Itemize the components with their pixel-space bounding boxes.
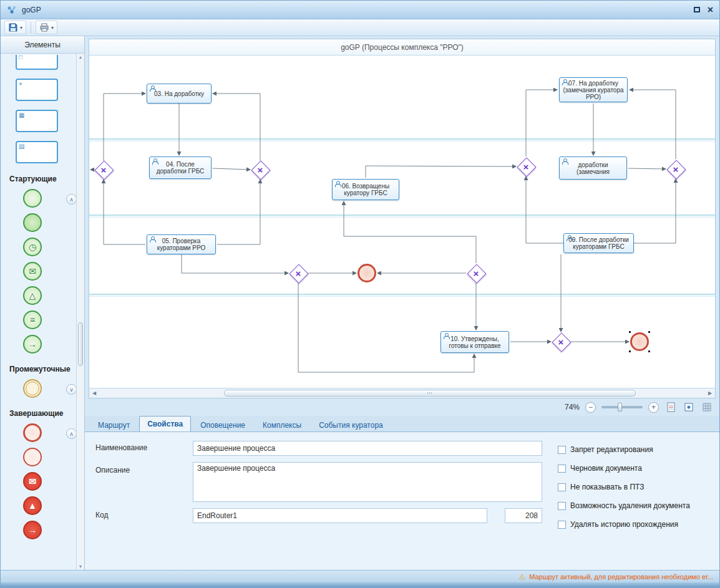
task-node-tool[interactable]: □: [16, 55, 58, 70]
selection-handle[interactable]: [648, 330, 651, 334]
sidebar-scrollbar-thumb[interactable]: [78, 322, 83, 366]
checkbox-draft[interactable]: [558, 465, 566, 473]
selection-handle[interactable]: [648, 350, 651, 353]
collapse-up-button[interactable]: ∧: [66, 194, 77, 205]
zoom-slider-thumb[interactable]: [618, 403, 622, 412]
task-node[interactable]: 04. После доработки ГРБС: [149, 157, 212, 179]
page-zoom-icon: [666, 402, 676, 412]
task-node[interactable]: 03. На доработку: [147, 84, 212, 104]
scroll-down-icon[interactable]: ▼: [77, 564, 84, 569]
tab-notification[interactable]: Оповещение: [192, 418, 253, 431]
start-event-tool[interactable]: [23, 189, 42, 208]
list-node-tool[interactable]: ▤: [16, 141, 58, 163]
task-node[interactable]: 06. Возвращены куратору ГРБС: [332, 179, 399, 200]
tab-curator-events[interactable]: События куратора: [311, 418, 391, 431]
start-message-tool[interactable]: ✉: [23, 262, 42, 281]
checkbox-hide-ptz[interactable]: [558, 483, 566, 491]
start-link-tool[interactable]: →: [23, 335, 42, 354]
checkbox-delete-history[interactable]: [558, 521, 566, 529]
flow-edge[interactable]: [182, 254, 288, 273]
scroll-up-icon[interactable]: ▲: [77, 55, 84, 59]
task-node[interactable]: 10. Утверждены, готовы к отправке: [440, 331, 509, 353]
id-input[interactable]: [505, 508, 542, 523]
collapse-up-button[interactable]: ∧: [66, 428, 77, 439]
flow-edge[interactable]: [217, 180, 260, 244]
flow-edge[interactable]: [104, 94, 145, 161]
task-node[interactable]: 05. Проверка кураторами РРО: [147, 234, 216, 254]
start-multiple-tool[interactable]: ≡: [23, 311, 42, 329]
description-input[interactable]: Завершение процесса: [193, 462, 542, 502]
task-node[interactable]: доработки (замечания: [559, 157, 627, 180]
flow-edge[interactable]: [213, 94, 260, 161]
save-button[interactable]: ▾: [4, 21, 26, 34]
tab-complexes[interactable]: Комплексы: [255, 418, 309, 431]
end-event-tool[interactable]: [23, 423, 42, 442]
start-timer-tool[interactable]: ◷: [23, 238, 42, 256]
palette-group-label: Стартующие: [9, 175, 74, 183]
start-event-filled-tool[interactable]: [23, 213, 42, 232]
end-link-tool[interactable]: →: [23, 521, 42, 539]
end-event-filled-tool[interactable]: [23, 448, 42, 466]
close-icon[interactable]: ×: [708, 5, 713, 15]
clock-icon: ◷: [29, 243, 36, 251]
maximize-icon[interactable]: [694, 7, 700, 12]
print-button[interactable]: ▾: [36, 21, 57, 34]
gateway-node[interactable]: ×: [467, 264, 485, 282]
flow-edge[interactable]: [526, 90, 557, 157]
end-message-tool[interactable]: ✉: [23, 472, 42, 491]
checkbox-label: Запрет редактирования: [570, 445, 653, 454]
sidebar-scrollbar[interactable]: ▲ ▼: [76, 54, 84, 570]
zoom-slider[interactable]: [601, 406, 643, 408]
scrollbar-thumb[interactable]: [224, 390, 636, 397]
checkbox-no-edit[interactable]: [558, 446, 566, 454]
flow-edge[interactable]: [344, 201, 476, 263]
gateway-node[interactable]: ×: [517, 158, 535, 175]
end-signal-tool[interactable]: ▲: [23, 496, 42, 515]
task-label: 03. На доработку: [152, 89, 206, 99]
gateway-node[interactable]: ×: [95, 161, 112, 178]
flow-edge[interactable]: [630, 90, 676, 159]
tab-route[interactable]: Маршрут: [90, 418, 138, 431]
app-window: goGP × ▾ ▾ Элементы: [0, 0, 720, 588]
zoom-out-button[interactable]: −: [585, 402, 596, 413]
window-bottom-edge: [1, 582, 719, 587]
zoom-in-button[interactable]: +: [648, 402, 659, 413]
scroll-left-icon[interactable]: ◀: [89, 390, 99, 396]
selection-handle[interactable]: [628, 350, 631, 353]
selection-handle[interactable]: [628, 330, 631, 334]
grid-toggle-button[interactable]: [701, 401, 713, 413]
save-dropdown-icon[interactable]: ▾: [20, 25, 22, 31]
gateway-node[interactable]: ×: [552, 333, 570, 350]
flow-edge[interactable]: [628, 168, 666, 169]
flow-edge[interactable]: [526, 176, 563, 243]
palette-content: □+▦▤ Стартующие∧◷✉△≡→Промежуточные∨Завер…: [1, 54, 84, 570]
name-input[interactable]: [193, 441, 542, 456]
flow-edge[interactable]: [213, 168, 250, 170]
task-node[interactable]: 07. На доработку (замечания куратора РРО…: [559, 77, 628, 102]
flow-edge[interactable]: [634, 179, 676, 243]
collapse-down-button[interactable]: ∨: [66, 384, 77, 395]
intermediate-event-tool[interactable]: [23, 379, 42, 398]
task-plus-node-tool[interactable]: +: [16, 79, 58, 101]
gateway-node[interactable]: ×: [251, 161, 269, 178]
print-dropdown-icon[interactable]: ▾: [51, 25, 54, 31]
checkbox-allow-delete[interactable]: [558, 502, 566, 510]
code-input[interactable]: [193, 508, 487, 523]
scrollbar-track[interactable]: [99, 388, 705, 398]
diagram-canvas[interactable]: 03. На доработку04. После доработки ГРБС…: [89, 55, 715, 388]
start-signal-tool[interactable]: △: [23, 286, 42, 305]
canvas-horizontal-scrollbar[interactable]: ◀ ▶: [89, 388, 715, 398]
table-node-tool[interactable]: ▦: [16, 110, 58, 132]
scroll-right-icon[interactable]: ▶: [705, 390, 715, 396]
end-event-node[interactable]: [630, 332, 649, 351]
person-icon: [334, 181, 341, 188]
zoom-100-button[interactable]: [664, 401, 677, 413]
task-node[interactable]: 09. После доработки кураторами ГРБС: [563, 233, 634, 253]
tab-properties[interactable]: Свойства: [139, 416, 191, 431]
end-event-node[interactable]: [358, 264, 376, 282]
flow-edge[interactable]: [366, 166, 516, 178]
gateway-node[interactable]: ×: [667, 160, 684, 178]
gateway-node[interactable]: ×: [289, 264, 307, 282]
flow-edge[interactable]: [104, 180, 145, 244]
fit-content-button[interactable]: [683, 401, 695, 413]
